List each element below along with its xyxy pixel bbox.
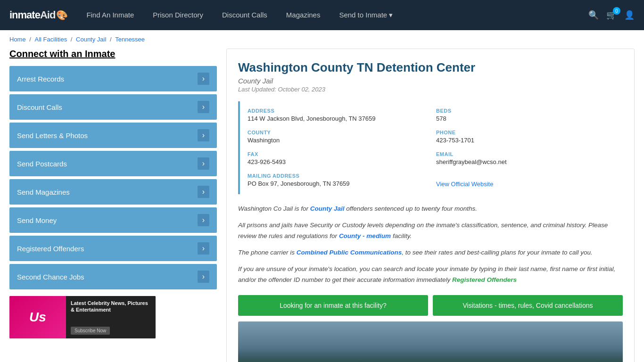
arrow-icon: › <box>198 214 209 226</box>
phone-block: PHONE 423-753-1701 <box>436 130 615 144</box>
sidebar-label: Send Letters & Photos <box>17 132 88 140</box>
mailing-label: MAILING ADDRESS <box>248 173 427 179</box>
header-right: 🔍 🛒 0 👤 <box>588 10 635 20</box>
ad-content: Latest Celebrity News, Pictures & Entert… <box>66 296 156 338</box>
email-label: EMAIL <box>436 151 615 157</box>
facility-updated: Last Updated: October 02, 2023 <box>238 86 623 93</box>
sidebar-label: Send Money <box>17 216 57 224</box>
desc-paragraph-1: Washington Co Jail is for County Jail of… <box>238 204 623 214</box>
visitation-button[interactable]: Visitations - times, rules, Covid cancel… <box>433 295 623 316</box>
website-spacer <box>436 173 615 179</box>
sidebar-item-send-letters[interactable]: Send Letters & Photos › <box>9 123 217 148</box>
desc-paragraph-2: All prisons and jails have Security or C… <box>238 220 623 242</box>
sidebar-label: Registered Offenders <box>17 245 84 253</box>
nav-magazines[interactable]: Magazines <box>286 8 321 22</box>
sidebar: Connect with an Inmate Arrest Records › … <box>9 49 217 362</box>
desc-paragraph-4: If you are unsure of your inmate's locat… <box>238 264 623 286</box>
county-value: Washington <box>248 137 427 144</box>
sidebar-label: Discount Calls <box>17 103 62 111</box>
breadcrumb: Home / All Facilities / County Jail / Te… <box>0 30 644 49</box>
sidebar-ad[interactable]: Us Latest Celebrity News, Pictures & Ent… <box>9 296 156 338</box>
fax-label: FAX <box>248 151 427 157</box>
sidebar-item-send-magazines[interactable]: Send Magazines › <box>9 179 217 205</box>
beds-block: BEDS 578 <box>436 108 615 122</box>
logo-text: inmateAid🎨 <box>9 9 67 21</box>
breadcrumb-home[interactable]: Home <box>9 36 26 43</box>
fax-value: 423-926-5493 <box>248 158 427 165</box>
sidebar-label: Arrest Records <box>17 75 64 83</box>
ad-subscribe-button[interactable]: Subscribe Now <box>71 327 110 335</box>
user-icon[interactable]: 👤 <box>624 10 635 20</box>
beds-label: BEDS <box>436 108 615 114</box>
arrow-icon: › <box>198 101 209 113</box>
mailing-value: PO Box 97, Jonesborough, TN 37659 <box>248 180 427 187</box>
email-value: sheriffgraybeal@wcso.net <box>436 158 615 165</box>
arrow-icon: › <box>198 157 209 170</box>
sidebar-label: Send Postcards <box>17 160 67 168</box>
search-icon[interactable]: 🔍 <box>588 10 599 20</box>
ad-title: Latest Celebrity News, Pictures & Entert… <box>71 300 151 313</box>
main-layout: Connect with an Inmate Arrest Records › … <box>0 49 644 362</box>
cart-badge: 0 <box>613 7 620 15</box>
facility-image <box>238 321 623 362</box>
nav-prison-directory[interactable]: Prison Directory <box>153 8 203 22</box>
arrow-icon: › <box>198 271 209 283</box>
beds-value: 578 <box>436 115 615 122</box>
sidebar-label: Second Chance Jobs <box>17 273 84 281</box>
nav-discount-calls[interactable]: Discount Calls <box>222 8 267 22</box>
ad-logo: Us <box>9 296 66 338</box>
facility-info-grid: ADDRESS 114 W Jackson Blvd, Jonesborough… <box>238 101 623 194</box>
nav-send-to-inmate[interactable]: Send to Inmate ▾ <box>339 8 393 22</box>
registered-offenders-link[interactable]: Registered Offenders <box>452 276 517 283</box>
phone-label: PHONE <box>436 130 615 135</box>
breadcrumb-state[interactable]: Tennessee <box>115 36 145 43</box>
sidebar-item-registered-offenders[interactable]: Registered Offenders › <box>9 236 217 261</box>
arrow-icon: › <box>198 73 209 85</box>
website-link[interactable]: View Official Website <box>436 181 493 188</box>
sidebar-item-send-money[interactable]: Send Money › <box>9 207 217 233</box>
address-block: ADDRESS 114 W Jackson Blvd, Jonesborough… <box>248 108 427 122</box>
facility-title: Washington County TN Detention Center <box>238 60 623 75</box>
county-block: COUNTY Washington <box>248 130 427 144</box>
website-block: View Official Website <box>436 173 615 188</box>
sidebar-item-arrest-records[interactable]: Arrest Records › <box>9 66 217 91</box>
desc-paragraph-3: The phone carrier is Combined Public Com… <box>238 247 623 258</box>
header: inmateAid🎨 Find An Inmate Prison Directo… <box>0 0 644 30</box>
sidebar-item-send-postcards[interactable]: Send Postcards › <box>9 151 217 176</box>
county-label: COUNTY <box>248 130 427 135</box>
phone-value: 423-753-1701 <box>436 137 615 144</box>
mailing-block: MAILING ADDRESS PO Box 97, Jonesborough,… <box>248 173 427 188</box>
county-jail-link[interactable]: County Jail <box>310 205 345 212</box>
arrow-icon: › <box>198 242 209 255</box>
arrow-icon: › <box>198 129 209 141</box>
fax-block: FAX 423-926-5493 <box>248 151 427 165</box>
facility-type: County Jail <box>238 77 623 85</box>
arrow-icon: › <box>198 186 209 198</box>
action-buttons: Looking for an inmate at this facility? … <box>238 295 623 316</box>
main-nav: Find An Inmate Prison Directory Discount… <box>86 8 574 22</box>
nav-find-inmate[interactable]: Find An Inmate <box>86 8 134 22</box>
address-label: ADDRESS <box>248 108 427 114</box>
address-value: 114 W Jackson Blvd, Jonesborough, TN 376… <box>248 115 427 122</box>
email-block: EMAIL sheriffgraybeal@wcso.net <box>436 151 615 165</box>
carrier-link[interactable]: Combined Public Communications <box>297 249 402 256</box>
sidebar-label: Send Magazines <box>17 188 70 196</box>
image-overlay <box>238 350 623 362</box>
county-medium-link[interactable]: County - medium <box>339 232 391 239</box>
facility-description: Washington Co Jail is for County Jail of… <box>238 204 623 286</box>
find-inmate-button[interactable]: Looking for an inmate at this facility? <box>238 295 428 316</box>
cart-button[interactable]: 🛒 0 <box>606 10 617 20</box>
sidebar-title: Connect with an Inmate <box>9 49 217 59</box>
breadcrumb-all-facilities[interactable]: All Facilities <box>35 36 67 43</box>
sidebar-item-second-chance-jobs[interactable]: Second Chance Jobs › <box>9 264 217 289</box>
sidebar-item-discount-calls[interactable]: Discount Calls › <box>9 94 217 120</box>
breadcrumb-county-jail[interactable]: County Jail <box>76 36 106 43</box>
facility-content: Washington County TN Detention Center Co… <box>226 49 635 362</box>
logo[interactable]: inmateAid🎨 <box>9 9 67 21</box>
